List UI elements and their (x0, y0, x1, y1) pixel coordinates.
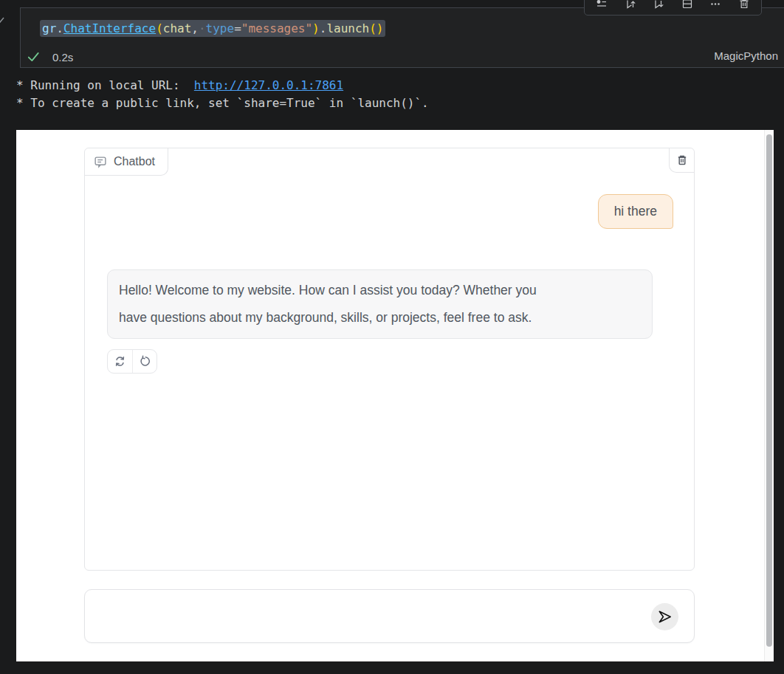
selected-code: gr.ChatInterface(chat,·type="messages").… (40, 20, 385, 37)
code-token-bracket: () (369, 21, 383, 35)
split-cell-button[interactable] (676, 0, 698, 15)
chat-input-container (84, 589, 695, 643)
stdout-line-1: * Running on local URL: http://127.0.0.1… (16, 78, 343, 92)
execute-cell-and-below-button[interactable] (647, 0, 670, 15)
execution-success-icon (27, 50, 40, 63)
iframe-scrollbar[interactable] (764, 130, 774, 661)
retry-button[interactable] (108, 350, 132, 373)
run-by-line-button[interactable] (591, 0, 613, 15)
gradio-app-frame: Chatbot hi there Hello! Welcome to my we… (16, 130, 774, 661)
execute-below-icon (653, 0, 664, 10)
whitespace-dot: · (199, 21, 206, 35)
code-token-module: gr (42, 21, 56, 35)
stdout-text: * Running on local URL: (16, 78, 194, 92)
bot-message: Hello! Welcome to my website. How can I … (107, 269, 653, 339)
retry-icon (114, 355, 126, 368)
user-message: hi there (598, 194, 673, 229)
run-by-line-icon (596, 0, 608, 10)
cell-language-picker[interactable]: MagicPython (714, 49, 778, 62)
chatbot-panel: Chatbot hi there Hello! Welcome to my we… (84, 148, 695, 571)
chatbot-label-text: Chatbot (114, 155, 155, 168)
local-url-link[interactable]: http://127.0.0.1:7861 (194, 78, 343, 92)
execute-above-cells-button[interactable] (619, 0, 642, 15)
chat-bubble-icon (94, 155, 107, 168)
code-token-string: "messages" (241, 21, 312, 35)
undo-button[interactable] (132, 350, 157, 373)
code-token-punct: . (56, 21, 63, 35)
code-token-arg: chat (163, 21, 192, 35)
code-token-punct: , (191, 21, 199, 35)
code-token-class-link[interactable]: ChatInterface (63, 21, 156, 35)
chatbot-label: Chatbot (85, 148, 168, 176)
more-actions-button[interactable] (704, 0, 726, 15)
execute-above-icon (625, 0, 636, 10)
cell-status-bar: 0.2s (27, 50, 73, 63)
code-token-param: type (206, 21, 235, 35)
ellipsis-icon (709, 0, 721, 10)
message-actions (107, 349, 157, 374)
code-line[interactable]: gr.ChatInterface(chat,·type="messages").… (40, 21, 385, 37)
cell-toolbar (584, 0, 762, 16)
split-cell-icon (681, 0, 693, 10)
delete-cell-button[interactable] (733, 0, 755, 15)
message-input[interactable] (95, 597, 642, 636)
notebook-code-cell[interactable]: gr.ChatInterface(chat,·type="messages").… (20, 7, 784, 68)
code-token-punct: = (234, 21, 241, 35)
paper-plane-icon (656, 608, 673, 625)
clear-chat-button[interactable] (669, 148, 694, 173)
code-token-method: launch (326, 21, 369, 35)
bot-message-line: Hello! Welcome to my website. How can I … (119, 277, 641, 304)
undo-icon (139, 355, 151, 368)
stdout-line-2: * To create a public link, set `share=Tr… (16, 96, 429, 110)
scrollbar-thumb[interactable] (766, 134, 772, 647)
vscode-notebook-view: gr.ChatInterface(chat,·type="messages").… (0, 0, 784, 674)
bot-message-line: have questions about my background, skil… (119, 304, 641, 331)
code-token-bracket: ) (312, 21, 320, 35)
code-token-punct: . (320, 21, 327, 35)
code-token-bracket: ( (156, 21, 163, 35)
execution-time: 0.2s (52, 51, 73, 63)
trash-icon (676, 154, 688, 166)
send-button[interactable] (651, 603, 678, 630)
cell-fold-chevron-icon[interactable] (0, 14, 6, 26)
trash-icon (738, 0, 750, 10)
